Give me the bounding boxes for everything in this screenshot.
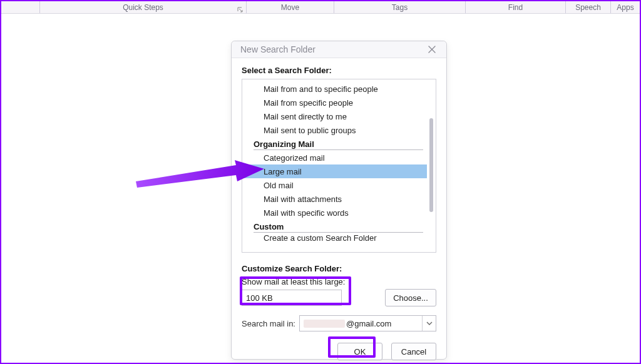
ok-button[interactable]: OK xyxy=(337,343,382,360)
size-label: Show mail at least this large: xyxy=(242,277,436,286)
choose-button[interactable]: Choose... xyxy=(385,289,436,306)
list-item[interactable]: Mail from specific people xyxy=(242,96,427,109)
list-item[interactable]: Mail sent directly to me xyxy=(242,109,427,123)
list-item[interactable]: Mail sent to public groups xyxy=(242,123,427,137)
new-search-folder-dialog: New Search Folder Select a Search Folder… xyxy=(231,41,447,360)
ribbon-group-label: Quick Steps xyxy=(123,3,163,12)
search-mail-in-label: Search mail in: xyxy=(242,319,295,328)
list-item-large-mail[interactable]: Large mail xyxy=(242,164,427,178)
account-suffix: @gmail.com xyxy=(346,319,391,328)
list-item[interactable]: Mail with attachments xyxy=(242,192,427,206)
ribbon-group-label: Tags xyxy=(392,3,408,12)
account-combobox[interactable]: @gmail.com xyxy=(299,315,436,331)
size-input[interactable] xyxy=(242,290,342,306)
ribbon-group-label: Find xyxy=(508,3,523,12)
list-item[interactable]: Mail with specific words xyxy=(242,206,427,220)
list-item[interactable]: Categorized mail xyxy=(242,151,427,164)
dialog-title: New Search Folder xyxy=(240,44,424,54)
list-item[interactable]: Mail from and to specific people xyxy=(242,82,427,96)
list-item[interactable]: Create a custom Search Folder xyxy=(242,233,427,243)
close-icon[interactable] xyxy=(424,41,440,58)
ribbon-group-apps[interactable]: Apps xyxy=(611,1,640,13)
dialog-launcher-icon[interactable] xyxy=(237,6,244,13)
ribbon-group-label: Speech xyxy=(575,3,601,12)
ribbon: Quick Steps Move Tags Find Speech Apps xyxy=(1,1,640,14)
list-item[interactable]: Old mail xyxy=(242,178,427,192)
dialog-titlebar: New Search Folder xyxy=(232,41,446,58)
redacted-account-name xyxy=(304,320,345,328)
scrollbar-thumb[interactable] xyxy=(429,118,433,212)
list-group-header-custom: Custom xyxy=(242,220,427,233)
cancel-button[interactable]: Cancel xyxy=(391,343,436,360)
ribbon-group-label: Apps xyxy=(617,3,633,12)
customize-heading: Customize Search Folder: xyxy=(242,264,436,273)
search-folder-listbox[interactable]: Mail from and to specific people Mail fr… xyxy=(242,79,436,253)
list-group-header-organizing-mail: Organizing Mail xyxy=(242,137,427,151)
listbox-scrollbar[interactable] xyxy=(428,81,434,251)
select-folder-heading: Select a Search Folder: xyxy=(242,66,436,75)
ribbon-group-move[interactable]: Move xyxy=(247,1,334,13)
ribbon-group-speech[interactable]: Speech xyxy=(566,1,611,13)
ribbon-group-label: Move xyxy=(281,3,299,12)
ribbon-group-find[interactable]: Find xyxy=(466,1,566,13)
chevron-down-icon[interactable] xyxy=(422,316,436,331)
ribbon-group-tags[interactable]: Tags xyxy=(334,1,466,13)
ribbon-group-quick-steps[interactable]: Quick Steps xyxy=(40,1,247,13)
